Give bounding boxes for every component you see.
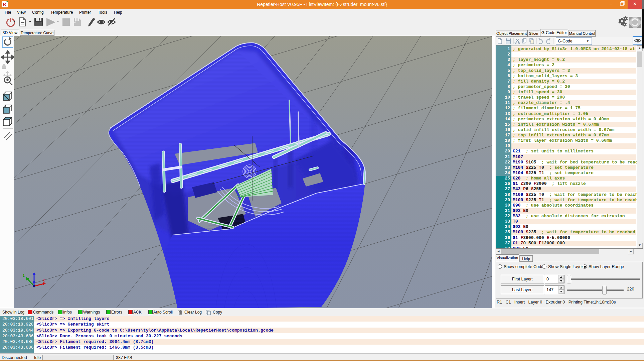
svg-text:x: x [43, 278, 45, 282]
svg-text:1: 1 [23, 274, 25, 277]
